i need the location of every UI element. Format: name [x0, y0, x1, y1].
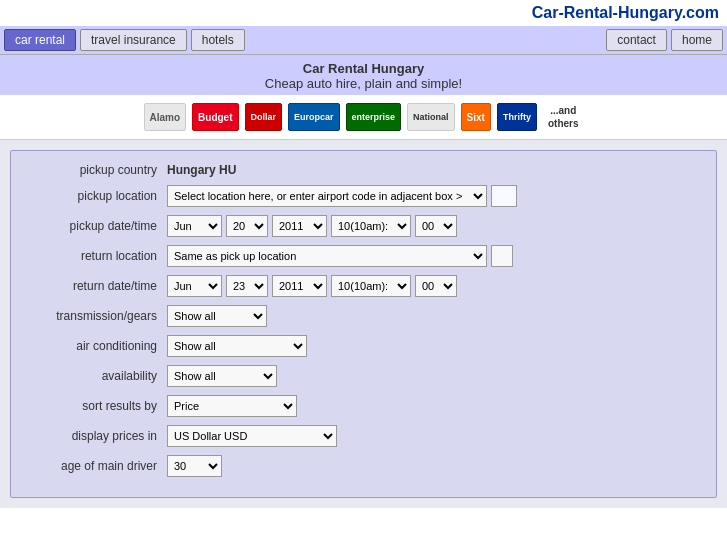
return-day-select[interactable]: 23: [226, 275, 268, 297]
currency-select[interactable]: US Dollar USD: [167, 425, 337, 447]
return-datetime-row: return date/time Jun 23 2011 10(10am): 0…: [27, 275, 700, 297]
transmission-label: transmission/gears: [27, 309, 167, 323]
return-min-select[interactable]: 00: [415, 275, 457, 297]
sort-row: sort results by Price: [27, 395, 700, 417]
availability-label: availability: [27, 369, 167, 383]
display-row: display prices in US Dollar USD: [27, 425, 700, 447]
availability-row: availability Show all: [27, 365, 700, 387]
pickup-min-select[interactable]: 00: [415, 215, 457, 237]
logo-budget[interactable]: Budget: [192, 103, 238, 131]
ac-row: air conditioning Show all: [27, 335, 700, 357]
age-select[interactable]: 30: [167, 455, 222, 477]
header-title: Car Rental Hungary: [0, 61, 727, 76]
logo-national[interactable]: National: [407, 103, 455, 131]
nav-bar: car rental travel insurance hotels conta…: [0, 26, 727, 54]
sort-label: sort results by: [27, 399, 167, 413]
logo-bar: Alamo Budget Dollar Europcar enterprise …: [0, 95, 727, 140]
return-location-select[interactable]: Same as pick up location: [167, 245, 487, 267]
logo-dollar[interactable]: Dollar: [245, 103, 283, 131]
pickup-country-row: pickup country Hungary HU: [27, 163, 700, 177]
pickup-location-row: pickup location Select location here, or…: [27, 185, 700, 207]
pickup-day-select[interactable]: 20: [226, 215, 268, 237]
logo-thrifty[interactable]: Thrifty: [497, 103, 537, 131]
sort-controls: Price: [167, 395, 297, 417]
pickup-location-controls: Select location here, or enter airport c…: [167, 185, 517, 207]
return-datetime-controls: Jun 23 2011 10(10am): 00: [167, 275, 457, 297]
logo-enterprise[interactable]: enterprise: [346, 103, 402, 131]
pickup-country-value: Hungary HU: [167, 163, 236, 177]
sort-select[interactable]: Price: [167, 395, 297, 417]
availability-controls: Show all: [167, 365, 277, 387]
return-year-select[interactable]: 2011: [272, 275, 327, 297]
pickup-country-label: pickup country: [27, 163, 167, 177]
logo-sixt[interactable]: Sixt: [461, 103, 491, 131]
ac-controls: Show all: [167, 335, 307, 357]
pickup-hour-select[interactable]: 10(10am):: [331, 215, 411, 237]
pickup-year-select[interactable]: 2011: [272, 215, 327, 237]
top-bar: Car-Rental-Hungary.com: [0, 0, 727, 26]
nav-right: contact home: [606, 29, 723, 51]
display-label: display prices in: [27, 429, 167, 443]
return-location-controls: Same as pick up location: [167, 245, 513, 267]
return-hour-select[interactable]: 10(10am):: [331, 275, 411, 297]
pickup-datetime-controls: Jun 20 2011 10(10am): 00: [167, 215, 457, 237]
nav-travel-insurance[interactable]: travel insurance: [80, 29, 187, 51]
age-controls: 30: [167, 455, 222, 477]
ac-label: air conditioning: [27, 339, 167, 353]
transmission-row: transmission/gears Show all: [27, 305, 700, 327]
pickup-month-select[interactable]: Jun: [167, 215, 222, 237]
return-datetime-label: return date/time: [27, 279, 167, 293]
main-form-wrapper: pickup country Hungary HU pickup locatio…: [0, 140, 727, 508]
site-title: Car-Rental-Hungary.com: [532, 4, 719, 21]
transmission-select[interactable]: Show all: [167, 305, 267, 327]
airport-code-input[interactable]: [491, 185, 517, 207]
return-location-label: return location: [27, 249, 167, 263]
nav-home[interactable]: home: [671, 29, 723, 51]
nav-hotels[interactable]: hotels: [191, 29, 245, 51]
return-location-row: return location Same as pick up location: [27, 245, 700, 267]
transmission-controls: Show all: [167, 305, 267, 327]
ac-select[interactable]: Show all: [167, 335, 307, 357]
pickup-datetime-label: pickup date/time: [27, 219, 167, 233]
return-location-blank: [491, 245, 513, 267]
availability-select[interactable]: Show all: [167, 365, 277, 387]
logo-others[interactable]: ...andothers: [543, 103, 584, 131]
pickup-location-label: pickup location: [27, 189, 167, 203]
age-label: age of main driver: [27, 459, 167, 473]
age-row: age of main driver 30: [27, 455, 700, 477]
nav-left: car rental travel insurance hotels: [4, 29, 245, 51]
nav-contact[interactable]: contact: [606, 29, 667, 51]
logo-alamo[interactable]: Alamo: [144, 103, 187, 131]
pickup-location-select[interactable]: Select location here, or enter airport c…: [167, 185, 487, 207]
pickup-country-controls: Hungary HU: [167, 163, 236, 177]
main-form: pickup country Hungary HU pickup locatio…: [10, 150, 717, 498]
header-subtitle: Cheap auto hire, plain and simple!: [0, 76, 727, 91]
site-header: Car Rental Hungary Cheap auto hire, plai…: [0, 54, 727, 95]
nav-car-rental[interactable]: car rental: [4, 29, 76, 51]
logo-europcar[interactable]: Europcar: [288, 103, 340, 131]
display-controls: US Dollar USD: [167, 425, 337, 447]
return-month-select[interactable]: Jun: [167, 275, 222, 297]
pickup-datetime-row: pickup date/time Jun 20 2011 10(10am): 0…: [27, 215, 700, 237]
